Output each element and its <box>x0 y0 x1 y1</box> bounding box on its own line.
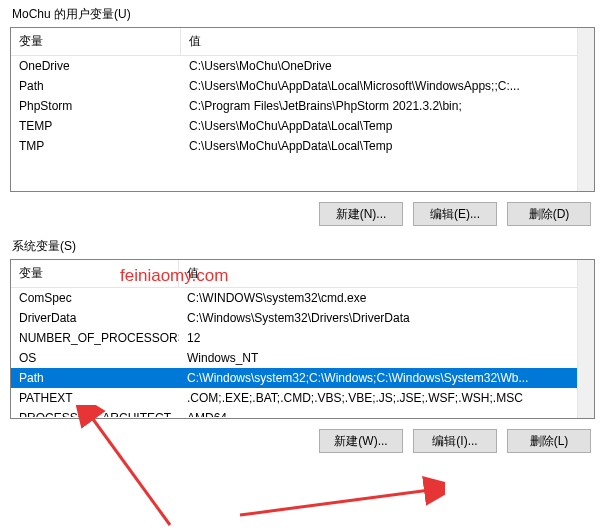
table-row[interactable]: PhpStormC:\Program Files\JetBrains\PhpSt… <box>11 96 594 116</box>
system-variables-label: 系统变量(S) <box>10 238 595 255</box>
svg-line-1 <box>240 490 430 515</box>
system-new-button[interactable]: 新建(W)... <box>319 429 403 453</box>
scrollbar[interactable] <box>577 28 594 191</box>
scrollbar[interactable] <box>577 260 594 418</box>
table-row[interactable]: TMPC:\Users\MoChu\AppData\Local\Temp <box>11 136 594 156</box>
table-row[interactable]: DriverDataC:\Windows\System32\Drivers\Dr… <box>11 308 594 328</box>
user-table-header: 变量 值 <box>11 28 594 56</box>
user-col-variable[interactable]: 变量 <box>11 28 181 55</box>
table-row[interactable]: OSWindows_NT <box>11 348 594 368</box>
user-delete-button[interactable]: 删除(D) <box>507 202 591 226</box>
table-row[interactable]: ComSpecC:\WINDOWS\system32\cmd.exe <box>11 288 594 308</box>
table-row[interactable]: PATHEXT.COM;.EXE;.BAT;.CMD;.VBS;.VBE;.JS… <box>11 388 594 408</box>
system-col-value[interactable]: 值 <box>179 260 594 287</box>
table-row[interactable]: NUMBER_OF_PROCESSORS12 <box>11 328 594 348</box>
system-table-header: 变量 值 <box>11 260 594 288</box>
system-buttons-row: 新建(W)... 编辑(I)... 删除(L) <box>10 419 595 459</box>
table-row[interactable]: PathC:\Users\MoChu\AppData\Local\Microso… <box>11 76 594 96</box>
user-variables-section: MoChu 的用户变量(U) 变量 值 OneDriveC:\Users\MoC… <box>10 6 595 232</box>
system-table-body: ComSpecC:\WINDOWS\system32\cmd.exe Drive… <box>11 288 594 417</box>
system-delete-button[interactable]: 删除(L) <box>507 429 591 453</box>
user-variables-table: 变量 值 OneDriveC:\Users\MoChu\OneDrive Pat… <box>10 27 595 192</box>
user-new-button[interactable]: 新建(N)... <box>319 202 403 226</box>
user-edit-button[interactable]: 编辑(E)... <box>413 202 497 226</box>
system-variables-table: 变量 值 ComSpecC:\WINDOWS\system32\cmd.exe … <box>10 259 595 419</box>
table-row-selected[interactable]: PathC:\Windows\system32;C:\Windows;C:\Wi… <box>11 368 594 388</box>
table-row[interactable]: OneDriveC:\Users\MoChu\OneDrive <box>11 56 594 76</box>
system-col-variable[interactable]: 变量 <box>11 260 179 287</box>
user-buttons-row: 新建(N)... 编辑(E)... 删除(D) <box>10 192 595 232</box>
system-variables-section: 系统变量(S) 变量 值 ComSpecC:\WINDOWS\system32\… <box>10 238 595 459</box>
table-row[interactable]: TEMPC:\Users\MoChu\AppData\Local\Temp <box>11 116 594 136</box>
system-edit-button[interactable]: 编辑(I)... <box>413 429 497 453</box>
user-table-body: OneDriveC:\Users\MoChu\OneDrive PathC:\U… <box>11 56 594 190</box>
user-variables-label: MoChu 的用户变量(U) <box>10 6 595 23</box>
user-col-value[interactable]: 值 <box>181 28 594 55</box>
table-row[interactable]: PROCESSOR_ARCHITECT...AMD64 <box>11 408 594 417</box>
